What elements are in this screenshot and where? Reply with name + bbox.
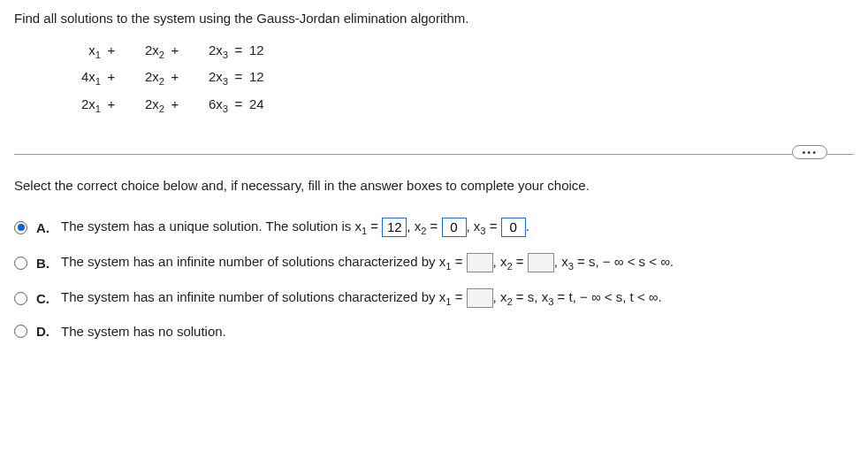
choice-c[interactable]: C. The system has an infinite number of … [14, 288, 854, 308]
eq-term: x1 [58, 38, 101, 65]
eq-op: + [101, 92, 122, 118]
eq-term: 2x3 [186, 38, 228, 65]
choice-a[interactable]: A. The system has a unique solution. The… [14, 218, 854, 237]
choice-b[interactable]: B. The system has an infinite number of … [14, 253, 854, 272]
eq-term: 6x3 [186, 92, 228, 119]
answer-input-c1[interactable] [467, 288, 493, 308]
eq-rhs: 12 [249, 65, 306, 90]
equation-row: 2x1 + 2x2 + 6x3 = 24 [58, 92, 854, 119]
choice-text-a: The system has a unique solution. The so… [61, 218, 529, 237]
eq-eq: = [228, 65, 249, 90]
eq-term: 2x2 [122, 38, 164, 65]
eq-op: + [164, 92, 186, 118]
choice-text-d: The system has no solution. [61, 324, 226, 339]
choice-label-a: A. [36, 220, 52, 235]
radio-d[interactable] [14, 325, 27, 338]
radio-b[interactable] [14, 257, 27, 270]
radio-a[interactable] [14, 221, 27, 234]
choice-text-c: The system has an infinite number of sol… [61, 288, 662, 308]
equation-system: x1 + 2x2 + 2x3 = 12 4x1 + 2x2 + 2x3 = 12… [58, 38, 854, 119]
answer-choices: A. The system has a unique solution. The… [14, 218, 854, 339]
eq-term: 2x2 [122, 92, 164, 119]
answer-input-b1[interactable] [467, 253, 493, 272]
divider-line [14, 154, 854, 155]
eq-term: 2x2 [122, 65, 164, 91]
eq-op: + [101, 38, 122, 64]
eq-term: 4x1 [58, 65, 101, 91]
eq-rhs: 24 [249, 92, 306, 118]
eq-op: + [164, 38, 186, 64]
eq-eq: = [228, 38, 249, 64]
eq-term: 2x1 [58, 92, 101, 119]
eq-op: + [164, 65, 186, 90]
answer-input-b2[interactable] [528, 253, 554, 272]
choice-instruction: Select the correct choice below and, if … [14, 178, 854, 193]
eq-term: 2x3 [186, 65, 228, 91]
section-divider: ••• [14, 154, 854, 155]
choice-label-c: C. [36, 291, 52, 306]
choice-text-b: The system has an infinite number of sol… [61, 253, 674, 272]
choice-d[interactable]: D. The system has no solution. [14, 324, 854, 339]
equation-row: 4x1 + 2x2 + 2x3 = 12 [58, 65, 854, 91]
choice-label-d: D. [36, 324, 52, 339]
answer-input-a2[interactable]: 0 [442, 218, 467, 237]
eq-eq: = [228, 92, 249, 118]
eq-op: + [101, 65, 122, 90]
more-options-badge[interactable]: ••• [792, 145, 827, 159]
problem-prompt: Find all solutions to the system using t… [14, 11, 854, 26]
radio-c[interactable] [14, 292, 27, 305]
equation-row: x1 + 2x2 + 2x3 = 12 [58, 38, 854, 65]
answer-input-a3[interactable]: 0 [501, 218, 526, 237]
choice-label-b: B. [36, 256, 52, 271]
eq-rhs: 12 [249, 38, 306, 64]
answer-input-a1[interactable]: 12 [382, 218, 407, 237]
